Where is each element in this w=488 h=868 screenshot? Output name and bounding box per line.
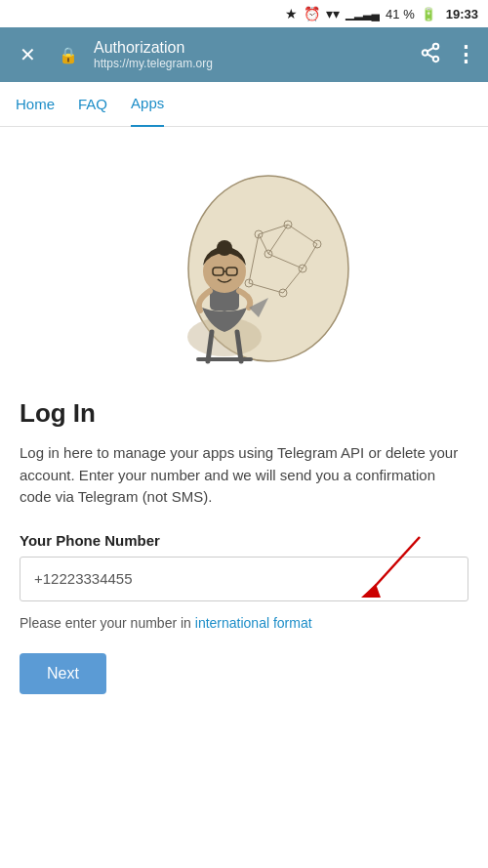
svg-line-4 — [427, 47, 433, 51]
illustration-container — [20, 156, 468, 371]
share-icon[interactable] — [420, 42, 441, 68]
time-display: 19:33 — [446, 7, 478, 21]
signal-icon: ▁▂▃▄ — [346, 7, 381, 21]
lock-icon: 🔒 — [53, 46, 84, 64]
telegram-illustration — [132, 156, 356, 371]
login-title: Log In — [20, 398, 468, 429]
helper-text: Please enter your number in internationa… — [20, 613, 468, 634]
main-content: Log In Log in here to manage your apps u… — [0, 127, 488, 723]
svg-point-25 — [217, 240, 232, 256]
page-url: https://my.telegram.org — [94, 57, 410, 70]
bluetooth-icon: ★ — [285, 6, 298, 21]
status-bar: ★ ⏰ ▾▾ ▁▂▃▄ 41 % 🔋 19:33 — [0, 0, 488, 27]
nav-apps[interactable]: Apps — [131, 82, 164, 127]
url-area[interactable]: Authorization https://my.telegram.org — [94, 39, 410, 70]
nav-home[interactable]: Home — [16, 82, 55, 127]
toolbar-actions: ⋮ — [420, 42, 476, 68]
phone-field-label: Your Phone Number — [20, 532, 468, 549]
battery-percentage: 41 % — [386, 7, 415, 21]
phone-input[interactable] — [20, 557, 468, 601]
svg-line-3 — [427, 54, 433, 58]
page-title: Authorization — [94, 39, 410, 57]
helper-text-prefix: Please enter your number in — [20, 615, 195, 631]
next-button[interactable]: Next — [20, 653, 106, 694]
battery-icon: 🔋 — [421, 7, 436, 21]
nav-bar: Home FAQ Apps — [0, 82, 488, 127]
phone-input-wrapper — [20, 557, 468, 601]
login-description: Log in here to manage your apps using Te… — [20, 442, 468, 509]
wifi-icon: ▾▾ — [326, 6, 340, 21]
browser-toolbar: ✕ 🔒 Authorization https://my.telegram.or… — [0, 27, 488, 82]
more-options-icon[interactable]: ⋮ — [455, 42, 476, 67]
close-button[interactable]: ✕ — [12, 43, 43, 66]
nav-faq[interactable]: FAQ — [78, 82, 107, 127]
international-format-link[interactable]: international format — [195, 615, 312, 631]
alarm-icon: ⏰ — [304, 6, 320, 21]
